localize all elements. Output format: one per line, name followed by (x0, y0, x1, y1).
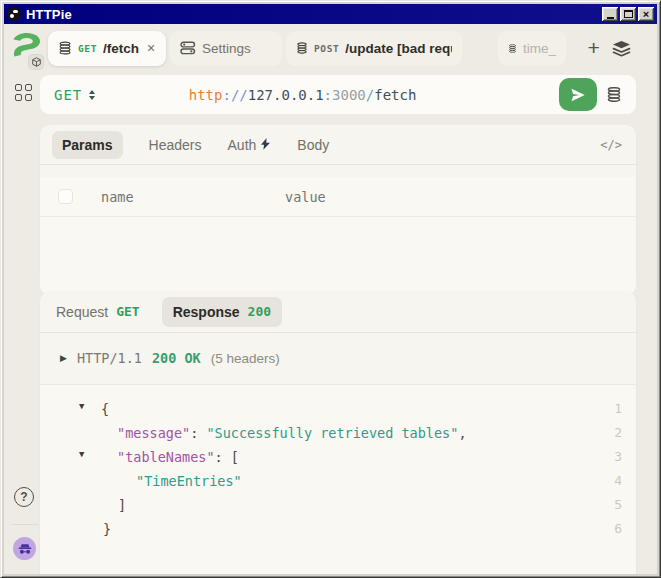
tab-settings[interactable]: Settings (170, 31, 282, 66)
json-key: "tableNames" (117, 449, 215, 465)
url-path: fetch (374, 87, 416, 103)
titlebar[interactable]: HTTPie × (4, 4, 657, 24)
response-tab-label: Response (173, 304, 240, 320)
json-colon: : (190, 425, 206, 441)
minimize-button[interactable] (602, 7, 618, 21)
tab-body[interactable]: Body (297, 137, 329, 153)
httpie-titlebar-icon (7, 7, 21, 21)
lightning-bolt-icon (261, 138, 271, 151)
incognito-avatar[interactable] (13, 537, 36, 560)
tab-auth[interactable]: Auth (228, 137, 272, 153)
request-response-tabs: Request GET Response 200 (40, 291, 636, 332)
app-window: HTTPie × ? (0, 0, 661, 578)
new-tab-button[interactable]: + (580, 33, 607, 63)
json-close-bracket: ] (118, 497, 126, 513)
json-close-brace: } (103, 521, 111, 537)
code-view-toggle[interactable]: </> (600, 138, 622, 152)
tab-params[interactable]: Params (52, 131, 123, 159)
minimize-icon (607, 17, 614, 19)
panel-divider (40, 164, 636, 165)
collapse-caret-icon[interactable]: ▼ (79, 401, 84, 411)
tab-auth-label: Auth (228, 137, 257, 153)
param-enabled-checkbox[interactable] (58, 189, 73, 204)
send-button[interactable] (559, 78, 597, 111)
param-row (40, 177, 636, 217)
param-value-input[interactable] (283, 188, 483, 206)
method-selector[interactable]: GET (54, 87, 82, 103)
json-line-4: "TimeEntries" 4 (40, 469, 636, 493)
method-dropdown-icon[interactable] (89, 90, 95, 100)
response-protocol: HTTP/1.1 (77, 350, 142, 366)
response-panel: Request GET Response 200 ▶ HTTP/1.1 200 … (40, 291, 636, 574)
tab-response[interactable]: Response 200 (162, 297, 282, 327)
collections-button[interactable] (607, 33, 636, 63)
tab-method: GET (78, 43, 97, 54)
json-line-5: ] 5 (40, 493, 636, 517)
json-open-brace: { (101, 401, 109, 417)
line-number: 6 (614, 517, 622, 541)
database-icon (508, 42, 517, 55)
json-key: "message" (117, 425, 190, 441)
response-status-text: 200 OK (152, 350, 201, 366)
json-line-6: } 6 (40, 517, 636, 541)
settings-icon (180, 41, 196, 55)
json-open-bracket: [ (231, 449, 239, 465)
tab-request[interactable]: Request GET (56, 304, 140, 320)
headers-count: (5 headers) (211, 351, 280, 366)
cube-icon (32, 57, 41, 67)
tab-strip: GET /fetch × Settings POST /update [bad … (48, 29, 636, 67)
tab-label: /update [bad requ... (345, 41, 452, 56)
sidebar-divider (12, 524, 38, 525)
tab-post-update[interactable]: POST /update [bad requ... (286, 31, 462, 66)
json-line-1: ▼ { 1 (40, 397, 636, 421)
line-number: 1 (614, 397, 622, 421)
tab-label: Settings (202, 41, 251, 56)
paper-plane-icon (569, 86, 587, 104)
request-bar: GET http://127.0.0.1:3000/fetch (40, 75, 636, 114)
url-port-separator: : (324, 87, 332, 103)
request-options-panel: Params Headers Auth Body </> (40, 125, 636, 283)
response-status-line: ▶ HTTP/1.1 200 OK (5 headers) (40, 333, 636, 380)
request-tab-label: Request (56, 304, 108, 320)
collapse-caret-icon[interactable]: ▼ (79, 449, 84, 459)
url-path-separator: / (366, 87, 374, 103)
window-title: HTTPie (26, 7, 72, 22)
saved-requests-button[interactable] (597, 78, 631, 111)
json-colon: : (215, 449, 231, 465)
close-icon: × (643, 9, 649, 20)
line-number: 5 (614, 493, 622, 517)
url-input[interactable]: http://127.0.0.1:3000/fetch (121, 71, 416, 119)
database-icon (606, 87, 622, 102)
tab-method: POST (314, 43, 339, 54)
request-options-tabs: Params Headers Auth Body </> (40, 125, 636, 164)
database-icon (296, 41, 308, 55)
json-string-value: "Successfully retrieved tables" (206, 425, 458, 441)
line-number: 2 (614, 421, 622, 445)
url-scheme: http (189, 87, 223, 103)
maximize-button[interactable] (620, 7, 636, 21)
json-string-value: "TimeEntries" (136, 473, 242, 489)
tab-time[interactable]: time_ (498, 31, 566, 66)
app-surface: ? GET /fetch × (4, 24, 657, 574)
json-line-3: ▼ "tableNames": [ 3 (40, 445, 636, 469)
url-host: 127.0.0.1 (248, 87, 324, 103)
expand-caret-icon[interactable]: ▶ (60, 353, 67, 363)
url-port: 3000 (332, 87, 366, 103)
response-status-badge: 200 (248, 304, 271, 319)
tab-get-fetch[interactable]: GET /fetch × (48, 31, 166, 66)
layers-icon (612, 40, 631, 57)
tab-close-icon[interactable]: × (147, 41, 155, 55)
tab-label: /fetch (103, 41, 139, 56)
help-button[interactable]: ? (14, 487, 34, 507)
environment-cube-badge[interactable] (29, 55, 43, 69)
json-comma: , (458, 425, 466, 441)
response-body: ▼ { 1 "message": "Successfully retrieved… (40, 384, 636, 574)
tab-headers[interactable]: Headers (149, 137, 202, 153)
apps-grid-button[interactable] (15, 84, 33, 102)
incognito-icon (18, 543, 32, 555)
close-button[interactable]: × (638, 7, 654, 21)
params-rows (40, 177, 636, 295)
request-tab-method: GET (116, 304, 139, 319)
tab-label: time_ (523, 41, 556, 56)
param-name-input[interactable] (99, 188, 269, 206)
